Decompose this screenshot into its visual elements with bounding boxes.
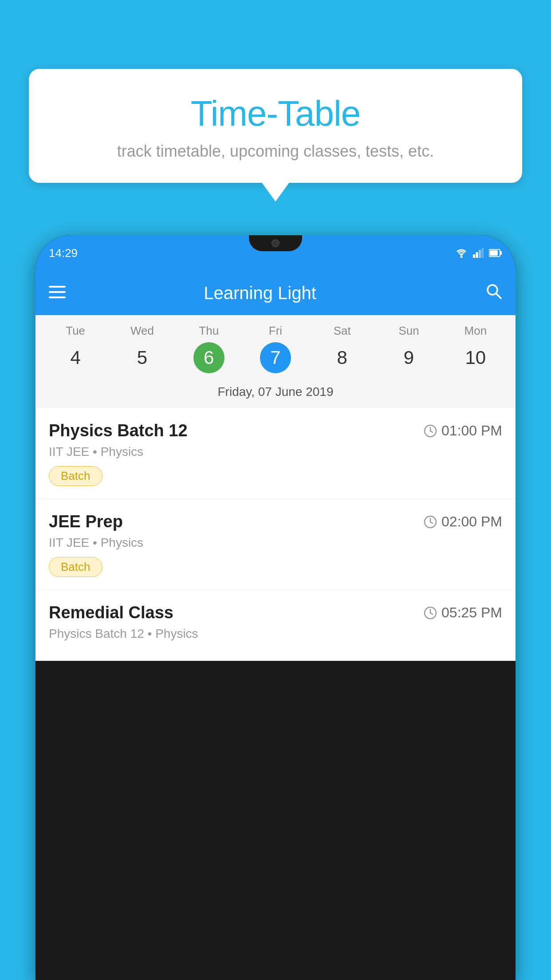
day-name: Mon	[464, 324, 487, 338]
svg-rect-3	[476, 252, 478, 258]
day-item[interactable]: Tue4	[49, 324, 102, 373]
schedule-title: Remedial Class	[49, 603, 173, 622]
schedule-time: 02:00 PM	[424, 514, 502, 530]
svg-line-16	[430, 431, 433, 432]
svg-line-13	[496, 293, 501, 298]
day-name: Tue	[66, 324, 85, 338]
notch	[249, 235, 302, 251]
svg-rect-7	[500, 251, 502, 255]
schedule-time: 01:00 PM	[424, 423, 502, 439]
selected-date-label: Friday, 07 June 2019	[35, 378, 516, 408]
day-number: 8	[327, 342, 358, 373]
day-number: 5	[126, 342, 157, 373]
day-number: 9	[394, 342, 425, 373]
day-name: Wed	[130, 324, 154, 338]
batch-badge: Batch	[49, 466, 102, 486]
schedule-container: Physics Batch 12 01:00 PM IIT JEE • Phys…	[35, 408, 516, 661]
day-item[interactable]: Mon10	[449, 324, 502, 373]
schedule-time: 05:25 PM	[424, 605, 502, 621]
svg-rect-2	[473, 254, 475, 258]
schedule-item-header: Physics Batch 12 01:00 PM	[49, 421, 502, 440]
speech-bubble: Time-Table track timetable, upcoming cla…	[29, 69, 522, 183]
day-item[interactable]: Thu6	[182, 324, 236, 373]
app-title: Learning Light	[79, 283, 441, 303]
day-number: 4	[60, 342, 91, 373]
schedule-meta: Physics Batch 12 • Physics	[49, 627, 502, 641]
days-row: Tue4Wed5Thu6Fri7Sat8Sun9Mon10	[35, 324, 516, 373]
day-name: Thu	[199, 324, 219, 338]
day-item[interactable]: Wed5	[115, 324, 169, 373]
schedule-item[interactable]: JEE Prep 02:00 PM IIT JEE • Physics Batc…	[35, 499, 516, 590]
day-number: 6	[193, 342, 224, 373]
bubble-subtitle: track timetable, upcoming classes, tests…	[47, 142, 504, 161]
calendar-strip: Tue4Wed5Thu6Fri7Sat8Sun9Mon10 Friday, 07…	[35, 315, 516, 408]
svg-point-1	[460, 256, 463, 258]
schedule-title: Physics Batch 12	[49, 421, 188, 440]
day-name: Fri	[269, 324, 282, 338]
search-icon[interactable]	[485, 283, 502, 304]
schedule-meta: IIT JEE • Physics	[49, 536, 502, 550]
battery-icon	[489, 249, 502, 257]
day-item[interactable]: Sun9	[382, 324, 436, 373]
schedule-title: JEE Prep	[49, 512, 123, 531]
svg-rect-9	[49, 286, 66, 288]
day-name: Sat	[334, 324, 351, 338]
svg-line-22	[430, 613, 433, 614]
schedule-meta: IIT JEE • Physics	[49, 445, 502, 459]
svg-rect-10	[49, 291, 66, 293]
day-item[interactable]: Sat8	[315, 324, 369, 373]
clock-icon	[424, 424, 437, 438]
schedule-item-header: Remedial Class 05:25 PM	[49, 603, 502, 622]
camera	[272, 239, 279, 247]
day-item[interactable]: Fri7	[249, 324, 302, 373]
svg-rect-5	[482, 248, 484, 258]
status-icons	[455, 248, 502, 258]
status-bar: 14:29	[35, 235, 516, 271]
svg-marker-0	[459, 253, 464, 256]
schedule-item-header: JEE Prep 02:00 PM	[49, 512, 502, 531]
day-number: 7	[260, 342, 291, 373]
svg-rect-8	[490, 250, 498, 256]
clock-icon	[424, 515, 437, 529]
status-time: 14:29	[49, 246, 78, 260]
svg-line-19	[430, 522, 433, 523]
svg-rect-4	[479, 250, 481, 258]
schedule-item[interactable]: Remedial Class 05:25 PM Physics Batch 12…	[35, 590, 516, 661]
svg-rect-11	[49, 296, 66, 298]
clock-icon	[424, 606, 437, 620]
app-bar: Learning Light	[35, 271, 516, 315]
schedule-item[interactable]: Physics Batch 12 01:00 PM IIT JEE • Phys…	[35, 408, 516, 499]
batch-badge: Batch	[49, 557, 102, 577]
phone-frame: 14:29	[35, 235, 516, 980]
bubble-title: Time-Table	[47, 93, 504, 134]
wifi-icon	[455, 248, 468, 258]
hamburger-icon[interactable]	[49, 285, 66, 301]
day-number: 10	[460, 342, 491, 373]
signal-icon	[473, 248, 484, 258]
day-name: Sun	[398, 324, 419, 338]
